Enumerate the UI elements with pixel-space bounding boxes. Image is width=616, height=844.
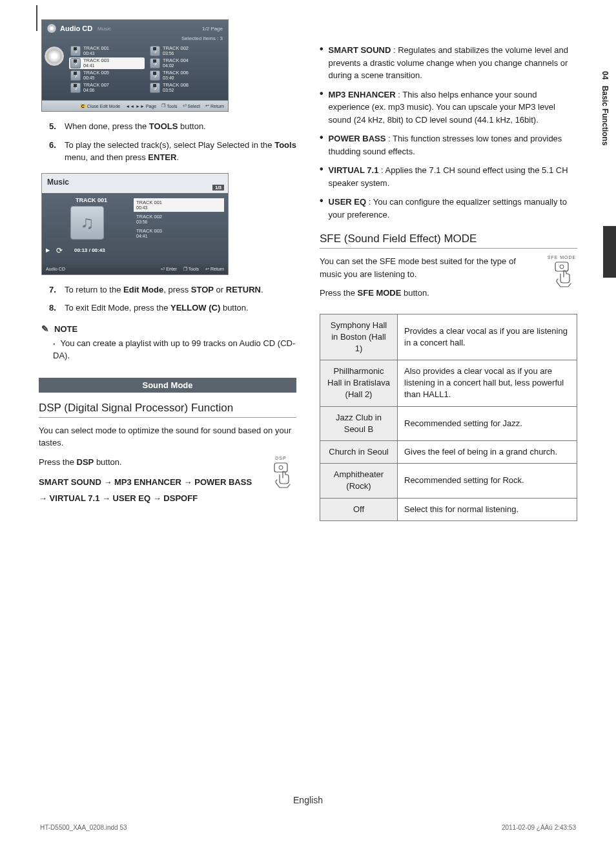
- feature-item: USER EQ : You can configure the equalize…: [320, 196, 577, 221]
- pencil-icon: ✎: [40, 324, 50, 334]
- step-5: 5. When done, press the TOOLS button.: [49, 121, 296, 133]
- ui2-page-indicator: 1/3: [212, 185, 224, 190]
- table-row: Amphitheater (Rock)Recommended setting f…: [320, 464, 577, 498]
- dsp-press-line: Press the DSP button.: [39, 456, 296, 469]
- dsp-button-illustration: DSP: [265, 456, 296, 491]
- sfe-mode-desc: Recommended setting for Jazz.: [398, 406, 577, 440]
- sfe-mode-name: Symphony Hall in Boston (Hall 1): [320, 314, 398, 360]
- track-cell: ♪TRACK 00500:45: [69, 70, 145, 81]
- playlist-row: TRACK 00203:56: [134, 212, 224, 226]
- c-badge: C: [80, 104, 86, 108]
- sfe-mode-desc: Recommended setting for Rock.: [398, 464, 577, 498]
- sfe-mode-name: Church in Seoul: [320, 441, 398, 464]
- sfe-mode-desc: Also provides a clear vocal as if you ar…: [398, 360, 577, 407]
- page-indicator: 1/2 Page: [202, 26, 223, 32]
- feature-item: SMART SOUND : Regulates and stabilizes t…: [320, 44, 577, 82]
- sfe-mode-desc: Gives the feel of being in a grand churc…: [398, 441, 577, 464]
- play-icon: ▶: [46, 247, 50, 253]
- press-button-icon: [268, 462, 294, 491]
- dsp-paragraph: You can select mode to optimize the soun…: [39, 424, 296, 449]
- track-cell: ♪TRACK 00203:56: [149, 45, 224, 57]
- source-label: Audio CD: [46, 267, 161, 272]
- track-name: TRACK 001: [83, 46, 143, 51]
- track-cell: ♪TRACK 00100:43: [69, 45, 145, 57]
- track-name: TRACK 005: [83, 70, 143, 76]
- dsp-chain: SMART SOUND → MP3 ENHANCER → POWER BASS …: [39, 475, 296, 506]
- feature-name: MP3 ENHANCER: [329, 90, 396, 99]
- sfe-mode-name: Jazz Club in Seoul B: [320, 406, 398, 440]
- note-item: You can create a playlist with up to 99 …: [53, 338, 296, 362]
- svg-rect-0: [274, 463, 287, 472]
- table-row: Phillharmonic Hall in Bratislava (Hall 2…: [320, 360, 577, 407]
- table-row: OffSelect this for normal listening.: [320, 498, 577, 520]
- track-note-icon: ♪: [70, 70, 81, 81]
- time-display: 00:13 / 00:43: [74, 247, 105, 253]
- feature-name: SMART SOUND: [329, 45, 391, 55]
- steps-7-8: 7. To return to the Edit Mode, press STO…: [39, 284, 296, 315]
- press-button-icon: [549, 261, 575, 291]
- disc-art-icon: [45, 46, 64, 66]
- now-playing-title: TRACK 001: [76, 197, 128, 203]
- svg-point-3: [560, 265, 564, 269]
- music-note-icon: ♫: [70, 206, 104, 240]
- playlist-track-time: 03:56: [136, 220, 221, 225]
- track-cell: ♪TRACK 00803:52: [149, 82, 224, 94]
- sfe-button-illustration: SFE MODE: [546, 255, 577, 291]
- audio-cd-screenshot: Audio CD Music 1/2 Page Selected Items :…: [41, 19, 229, 112]
- page-footer: HT-D5500_XAA_0208.indd 53 2011-02-09 ¿ÀÀ…: [0, 824, 616, 831]
- language-label: English: [0, 795, 616, 805]
- sfe-paragraph: You can set the SFE mode best suited for…: [320, 255, 577, 280]
- step-6: 6. To play the selected track(s), select…: [49, 139, 296, 164]
- track-cell: ♪TRACK 00704:06: [69, 82, 145, 94]
- track-note-icon: ♪: [70, 58, 81, 68]
- svg-point-1: [279, 466, 283, 469]
- sfe-heading: SFE (Sound Field Effect) MODE: [320, 232, 577, 249]
- left-column: Audio CD Music 1/2 Page Selected Items :…: [39, 19, 296, 521]
- repeat-icon: ⟳: [56, 246, 63, 255]
- track-cell: ♪TRACK 00404:02: [149, 57, 224, 69]
- note-list: You can create a playlist with up to 99 …: [39, 338, 296, 362]
- playlist-track-time: 04:41: [136, 234, 221, 239]
- track-time: 04:41: [83, 63, 143, 68]
- sfe-table: Symphony Hall in Boston (Hall 1)Provides…: [320, 314, 577, 521]
- track-cell: ♪TRACK 00603:40: [149, 70, 224, 81]
- playlist-track-name: TRACK 002: [136, 214, 221, 220]
- step-7: 7. To return to the Edit Mode, press STO…: [49, 284, 296, 296]
- feature-name: USER EQ: [329, 197, 367, 207]
- track-note-icon: ♪: [70, 46, 81, 56]
- selected-count: Selected Items : 3: [42, 36, 228, 44]
- sfe-mode-name: Phillharmonic Hall in Bratislava (Hall 2…: [320, 360, 398, 407]
- playlist-track-time: 00:43: [136, 205, 221, 211]
- disc-icon: [47, 24, 56, 33]
- track-name: TRACK 007: [83, 83, 143, 88]
- ui2-header: Music 1/3: [42, 174, 228, 193]
- track-cell: ♪TRACK 00304:41: [69, 57, 145, 69]
- footer-file: HT-D5500_XAA_0208.indd 53: [40, 824, 127, 831]
- music-player-screenshot: Music 1/3 TRACK 001 ♫ ▶ ⟳ 00:13 / 00:43 …: [41, 173, 229, 275]
- note-heading: ✎ NOTE: [40, 324, 296, 334]
- track-note-icon: ♪: [150, 83, 160, 93]
- track-note-icon: ♪: [150, 70, 160, 81]
- feature-item: VIRTUAL 7.1 : Applies the 7.1 CH sound e…: [320, 164, 577, 189]
- sfe-mode-name: Amphitheater (Rock): [320, 464, 398, 498]
- feature-list: SMART SOUND : Regulates and stabilizes t…: [320, 44, 577, 221]
- track-time: 00:43: [83, 51, 143, 56]
- step-8: 8. To exit Edit Mode, press the YELLOW (…: [49, 302, 296, 314]
- steps-5-6: 5. When done, press the TOOLS button. 6.…: [39, 121, 296, 164]
- sfe-mode-desc: Select this for normal listening.: [398, 498, 577, 520]
- track-name: TRACK 008: [163, 83, 223, 88]
- dsp-heading: DSP (Digital Signal Processor) Function: [39, 402, 296, 418]
- track-time: 03:52: [163, 88, 223, 93]
- ui-title: Audio CD: [60, 25, 92, 32]
- footer-timestamp: 2011-02-09 ¿ÀÀü 2:43:53: [502, 824, 576, 831]
- track-time: 03:56: [163, 51, 223, 56]
- track-name: TRACK 004: [163, 58, 223, 63]
- track-note-icon: ♪: [70, 83, 81, 93]
- track-name: TRACK 002: [163, 46, 223, 51]
- table-row: Symphony Hall in Boston (Hall 1)Provides…: [320, 314, 577, 360]
- right-column: SMART SOUND : Regulates and stabilizes t…: [320, 19, 577, 521]
- sfe-mode-name: Off: [320, 498, 398, 520]
- transport-bar: ▶ ⟳ 00:13 / 00:43: [46, 246, 128, 255]
- playlist-track-name: TRACK 003: [136, 228, 221, 234]
- track-time: 00:45: [83, 76, 143, 81]
